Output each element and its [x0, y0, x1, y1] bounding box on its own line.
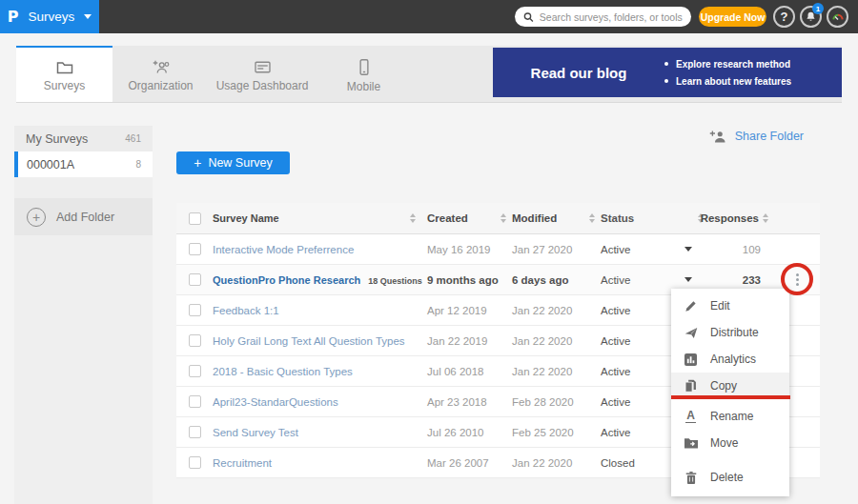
column-responses[interactable]: Responses	[701, 212, 759, 224]
column-modified[interactable]: Modified	[512, 212, 557, 224]
help-button[interactable]: ?	[773, 6, 795, 28]
tab-label: Usage Dashboard	[216, 79, 309, 92]
row-checkbox[interactable]	[189, 395, 201, 408]
plus-icon: +	[194, 155, 201, 171]
sort-icon[interactable]	[410, 213, 416, 223]
survey-name-link[interactable]: 2018 - Basic Question Types	[213, 366, 353, 377]
survey-name-link[interactable]: Holy Grail Long Text All Question Types	[213, 335, 405, 347]
blog-bullet: Learn about new features	[676, 76, 791, 87]
add-folder-button[interactable]: + Add Folder	[14, 198, 153, 235]
created-cell: Apr 23 2018	[427, 396, 512, 408]
menu-item-label: Move	[710, 436, 738, 450]
blog-banner[interactable]: Read our blog Explore research method Le…	[493, 48, 842, 97]
notifications-button[interactable]: 1	[800, 6, 822, 28]
row-checkbox[interactable]	[189, 456, 201, 469]
row-checkbox[interactable]	[189, 243, 201, 255]
modified-cell: Jan 22 2020	[512, 457, 601, 469]
annotation-underline-copy	[671, 395, 790, 399]
status-cell: Active	[601, 244, 630, 255]
tab-surveys[interactable]: Surveys	[16, 46, 112, 102]
survey-name-link[interactable]: QuestionPro Phone Research	[213, 274, 360, 286]
menu-item-move[interactable]: Move	[671, 430, 789, 456]
question-count-badge: 18 Questions	[368, 276, 422, 286]
modified-cell: Feb 28 2020	[512, 396, 601, 408]
row-checkbox[interactable]	[189, 304, 201, 316]
status-cell: Active	[601, 427, 630, 438]
blog-banner-title: Read our blog	[493, 65, 664, 81]
gauge-icon	[831, 10, 845, 23]
menu-item-rename[interactable]: A Rename	[671, 403, 789, 430]
sort-icon[interactable]	[589, 213, 595, 223]
sort-icon[interactable]	[500, 213, 506, 223]
tab-mobile[interactable]: Mobile	[316, 46, 412, 102]
column-status[interactable]: Status	[601, 212, 634, 224]
folder-label: My Surveys	[26, 132, 88, 146]
modified-cell: Jan 22 2020	[512, 305, 601, 316]
menu-item-distribute[interactable]: Distribute	[671, 319, 789, 346]
folder-label: 000001A	[27, 158, 74, 171]
usage-meter-button[interactable]	[827, 6, 848, 28]
status-cell: Active	[601, 335, 630, 347]
folders-sidebar: My Surveys 461 000001A 8 + Add Folder	[14, 126, 153, 504]
table-header: Survey Name Created Modified Status Resp…	[176, 203, 820, 234]
status-dropdown-caret[interactable]	[684, 277, 692, 282]
help-icon: ?	[781, 10, 788, 24]
row-checkbox[interactable]	[189, 426, 201, 438]
menu-item-label: Copy	[710, 379, 737, 393]
folder-icon	[56, 60, 73, 74]
survey-name-link[interactable]: Interactive Mode Preferrence	[213, 244, 354, 255]
organization-icon	[152, 60, 171, 74]
menu-item-edit[interactable]: Edit	[671, 292, 789, 319]
column-created[interactable]: Created	[427, 212, 468, 224]
folder-move-icon	[684, 437, 698, 449]
bar-chart-icon	[684, 353, 698, 366]
modified-cell: Feb 25 2020	[512, 427, 601, 438]
menu-item-label: Analytics	[710, 353, 756, 366]
tab-label: Surveys	[44, 79, 85, 92]
tab-label: Mobile	[347, 80, 380, 93]
share-folder-link[interactable]: Share Folder	[176, 130, 820, 143]
survey-name-link[interactable]: Feedback 1:1	[213, 305, 279, 316]
product-switcher[interactable]: P Surveys	[0, 0, 99, 33]
product-name: Surveys	[28, 10, 74, 24]
survey-name-link[interactable]: Recruitment	[213, 457, 272, 469]
folder-count: 8	[135, 159, 141, 170]
menu-item-label: Delete	[710, 471, 744, 484]
survey-name-link[interactable]: April23-StandarQuestions	[213, 396, 338, 408]
row-checkbox[interactable]	[189, 273, 201, 286]
bullet-icon	[664, 79, 668, 83]
status-dropdown-caret[interactable]	[684, 247, 692, 252]
select-all-checkbox[interactable]	[189, 212, 201, 225]
mobile-icon	[358, 59, 370, 75]
column-survey-name[interactable]: Survey Name	[213, 212, 279, 224]
responses-cell: 109	[713, 244, 786, 255]
share-folder-label: Share Folder	[735, 130, 804, 143]
tab-usage-dashboard[interactable]: Usage Dashboard	[209, 46, 316, 102]
blog-bullet: Explore research method	[676, 59, 790, 70]
menu-item-analytics[interactable]: Analytics	[671, 346, 789, 373]
menu-item-delete[interactable]: Delete	[671, 464, 789, 491]
new-survey-button[interactable]: + New Survey	[176, 151, 290, 174]
copy-icon	[684, 379, 698, 393]
notification-badge: 1	[812, 3, 824, 14]
status-cell: Closed	[601, 457, 635, 469]
status-cell: Active	[601, 305, 630, 316]
responses-cell: 233	[713, 274, 786, 286]
created-cell: Jul 06 2018	[427, 366, 512, 377]
search-input[interactable]	[540, 11, 683, 23]
modified-cell: Jan 27 2020	[512, 244, 601, 255]
sidebar-item-my-surveys[interactable]: My Surveys 461	[14, 126, 153, 151]
tab-organization[interactable]: Organization	[112, 46, 209, 102]
global-search[interactable]	[515, 7, 691, 27]
created-cell: Jul 26 2010	[427, 427, 512, 438]
survey-name-link[interactable]: Send Survey Test	[213, 427, 298, 438]
upgrade-now-button[interactable]: Upgrade Now	[699, 7, 766, 27]
chevron-down-icon	[84, 14, 92, 19]
sidebar-item-000001A[interactable]: 000001A 8	[14, 151, 153, 177]
sort-icon[interactable]	[763, 213, 768, 223]
menu-item-label: Rename	[710, 410, 753, 423]
menu-item-label: Edit	[710, 299, 730, 312]
row-checkbox[interactable]	[189, 334, 201, 347]
blog-banner-bullets: Explore research method Learn about new …	[664, 59, 791, 87]
row-checkbox[interactable]	[189, 365, 201, 377]
